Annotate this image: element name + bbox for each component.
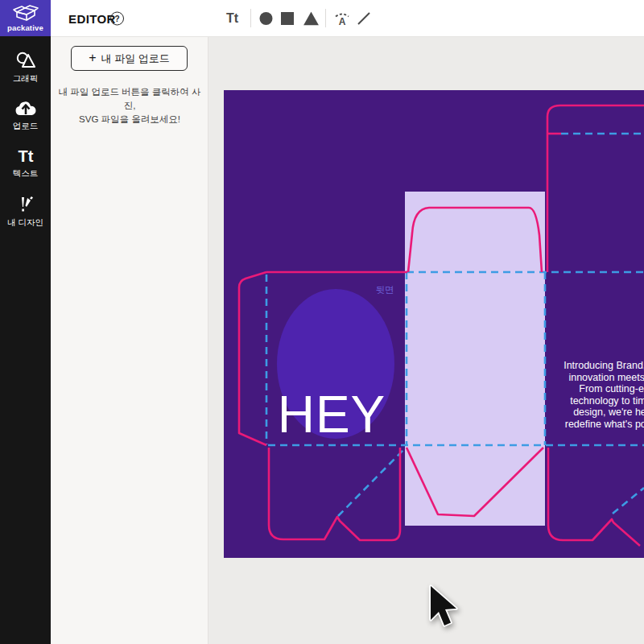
cut-line: [547, 105, 644, 272]
upload-file-button[interactable]: + 내 파일 업로드: [71, 46, 188, 71]
sidebar-item-text[interactable]: Tt 텍스트: [0, 139, 51, 187]
page-title: EDITOR: [68, 11, 116, 25]
text-tool-glyph: Tt: [226, 11, 238, 26]
upload-hint-text: 내 파일 업로드 버튼을 클릭하여 사진, SVG 파일을 올려보세요!: [57, 85, 202, 126]
upload-button-label: 내 파일 업로드: [101, 52, 170, 66]
editor-window: packative 그래픽 업로드 Tt: [0, 0, 644, 644]
sidebar-item-label: 업로드: [13, 121, 39, 132]
side-panel-fill[interactable]: [405, 192, 545, 526]
curved-text-icon: A: [334, 10, 350, 26]
sidebar-item-label: 내 디자인: [7, 217, 43, 229]
rect-tool-button[interactable]: [281, 12, 294, 25]
paragraph-line: From cutting-edge: [579, 383, 644, 394]
headline-text[interactable]: HEY: [278, 386, 386, 444]
sidebar-nav: 그래픽 업로드 Tt 텍스트: [0, 36, 51, 236]
fold-line: [338, 448, 406, 516]
sidebar-item-graphics[interactable]: 그래픽: [0, 43, 51, 92]
toolbar-divider: [325, 9, 326, 27]
my-design-icon: [15, 195, 36, 214]
circle-shape-icon: [259, 11, 273, 25]
topbar: EDITOR ? Tt A: [51, 0, 644, 37]
text-icon: Tt: [14, 147, 38, 165]
upload-panel: + 내 파일 업로드 내 파일 업로드 버튼을 클릭하여 사진, SVG 파일을…: [51, 37, 208, 644]
cut-line: [548, 448, 640, 546]
triangle-shape-icon: [303, 11, 319, 25]
line-tool-button[interactable]: [357, 12, 370, 25]
ellipse-tool-button[interactable]: [259, 11, 273, 25]
svg-text:Tt: Tt: [18, 147, 33, 165]
back-panel-label: 뒷면: [376, 285, 394, 295]
line-icon: [357, 12, 370, 25]
upload-hint-line2: SVG 파일을 올려보세요!: [57, 113, 202, 126]
paragraph-text[interactable]: Introducing Brand, where innovation meet…: [564, 360, 644, 430]
sidebar-item-label: 그래픽: [13, 73, 39, 85]
help-glyph: ?: [114, 14, 119, 23]
shapes-icon: [15, 51, 36, 70]
upload-hint-line1: 내 파일 업로드 버튼을 클릭하여 사진,: [57, 85, 202, 113]
paragraph-line: innovation meets style.: [568, 372, 644, 383]
brand-logo[interactable]: packative: [0, 0, 51, 36]
cut-line: [239, 272, 266, 445]
paragraph-line: technology to timeless: [570, 395, 644, 407]
fold-line: [613, 488, 644, 514]
toolbar-divider: [250, 9, 251, 27]
cut-line: [269, 448, 400, 540]
sidebar-item-label: 텍스트: [13, 168, 39, 180]
paragraph-line: Introducing Brand, where: [564, 360, 644, 371]
sidebar-item-upload[interactable]: 업로드: [0, 92, 51, 139]
packative-box-icon: [12, 5, 39, 23]
help-icon[interactable]: ?: [110, 11, 124, 25]
brand-name: packative: [7, 23, 43, 32]
triangle-tool-button[interactable]: [303, 11, 319, 25]
svg-text:A: A: [339, 15, 346, 26]
plus-icon: +: [89, 51, 96, 65]
paragraph-line: design, we're here to: [573, 407, 644, 418]
cloud-upload-icon: [14, 100, 37, 118]
sidebar: packative 그래픽 업로드 Tt: [0, 0, 51, 644]
dieline-svg: HEY 뒷면 Introducing Brand, where innovati…: [224, 90, 644, 558]
sidebar-item-my-designs[interactable]: 내 디자인: [0, 187, 51, 236]
text-tool-button[interactable]: Tt: [226, 11, 238, 26]
dieline-artboard[interactable]: HEY 뒷면 Introducing Brand, where innovati…: [224, 90, 644, 558]
design-canvas[interactable]: HEY 뒷면 Introducing Brand, where innovati…: [208, 37, 644, 644]
paragraph-line: redefine what's possible.: [565, 419, 644, 430]
square-shape-icon: [281, 12, 294, 25]
text-art-tool-button[interactable]: A: [334, 10, 350, 26]
